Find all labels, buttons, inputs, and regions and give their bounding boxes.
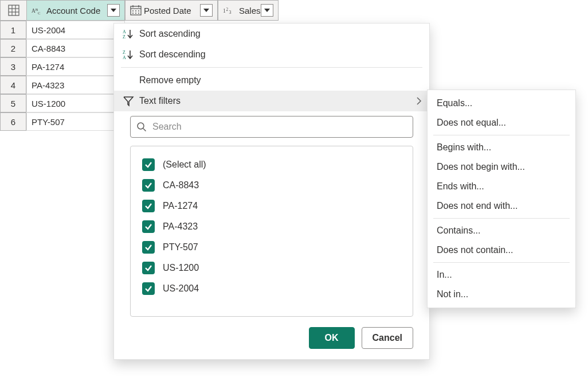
- menu-separator: [433, 218, 570, 219]
- row-header-corner: [0, 0, 26, 21]
- svg-point-27: [138, 123, 144, 129]
- filter-icon: [121, 95, 136, 107]
- filter-value-item[interactable]: PA-1274: [142, 196, 401, 216]
- column-filter-panel: A Z Sort ascending Z A Sort descending R…: [113, 23, 430, 360]
- sort-asc-icon: A Z: [121, 28, 136, 40]
- row-number: 3: [0, 57, 26, 76]
- cancel-button[interactable]: Cancel: [362, 327, 413, 349]
- svg-text:1: 1: [223, 7, 226, 14]
- row-number: 1: [0, 21, 26, 39]
- text-filter-not-in[interactable]: Not in...: [428, 285, 575, 304]
- text-filter-ends-with[interactable]: Ends with...: [428, 177, 575, 196]
- text-filters-submenu: Equals... Does not equal... Begins with.…: [427, 90, 576, 308]
- svg-text:2: 2: [226, 7, 229, 12]
- remove-empty[interactable]: Remove empty: [114, 70, 429, 91]
- column-header-account-code[interactable]: A B C Account Code: [26, 0, 125, 21]
- date-type-icon: [130, 5, 142, 15]
- row-number: 2: [0, 39, 26, 57]
- checkbox-checked-icon[interactable]: [142, 179, 155, 192]
- menu-separator: [433, 135, 570, 135]
- menu-separator: [433, 262, 570, 263]
- text-filter-contains[interactable]: Contains...: [428, 221, 575, 240]
- filter-value-label: (Select all): [163, 160, 206, 170]
- filter-search[interactable]: [130, 116, 413, 138]
- chevron-right-icon: [415, 96, 422, 106]
- cell-account-code[interactable]: US-1200: [26, 94, 125, 112]
- ok-button[interactable]: OK: [309, 327, 355, 349]
- filter-value-label: CA-8843: [163, 180, 199, 190]
- column-dropdown-button[interactable]: [261, 4, 273, 17]
- svg-point-12: [132, 10, 134, 11]
- filter-value-label: PA-4323: [163, 221, 198, 232]
- text-filter-in[interactable]: In...: [428, 265, 575, 285]
- filter-value-select-all[interactable]: (Select all): [142, 154, 401, 175]
- row-number: 6: [0, 112, 26, 131]
- search-icon: [136, 122, 147, 132]
- column-label: Posted Date: [144, 6, 191, 15]
- filter-value-item[interactable]: PTY-507: [142, 237, 401, 258]
- filter-value-item[interactable]: US-2004: [142, 278, 401, 299]
- svg-rect-0: [9, 5, 19, 15]
- svg-point-13: [135, 10, 136, 11]
- menu-label: Sort descending: [139, 49, 206, 60]
- cell-account-code[interactable]: CA-8843: [26, 39, 125, 57]
- sort-ascending[interactable]: A Z Sort ascending: [114, 24, 429, 44]
- filter-value-list: (Select all) CA-8843 PA-1274 PA-4323 PTY…: [130, 146, 413, 317]
- row-number: 4: [0, 76, 26, 94]
- number-type-icon: 1 2 3: [223, 5, 237, 15]
- checkbox-checked-icon[interactable]: [142, 241, 155, 254]
- column-header-sales[interactable]: 1 2 3 Sales: [218, 0, 279, 21]
- menu-separator: [121, 67, 422, 68]
- text-filter-begins-with[interactable]: Begins with...: [428, 138, 575, 157]
- checkbox-checked-icon[interactable]: [142, 200, 155, 212]
- text-filters[interactable]: Text filters: [114, 91, 429, 111]
- text-filter-not-begin-with[interactable]: Does not begin with...: [428, 157, 575, 177]
- cell-account-code[interactable]: PA-4323: [26, 76, 125, 94]
- svg-line-28: [143, 129, 146, 131]
- svg-text:Z: Z: [123, 34, 126, 40]
- column-header-posted-date[interactable]: Posted Date: [125, 0, 218, 21]
- svg-point-15: [132, 13, 134, 14]
- svg-point-14: [138, 10, 139, 11]
- search-input[interactable]: [151, 121, 407, 133]
- sort-descending[interactable]: Z A Sort descending: [114, 44, 429, 65]
- chevron-down-icon: [111, 9, 116, 12]
- row-number: 5: [0, 94, 26, 112]
- text-filter-not-end-with[interactable]: Does not end with...: [428, 196, 575, 216]
- text-filter-does-not-contain[interactable]: Does not contain...: [428, 240, 575, 260]
- checkbox-checked-icon[interactable]: [142, 262, 155, 274]
- svg-text:3: 3: [229, 10, 231, 15]
- column-dropdown-button[interactable]: [107, 4, 120, 17]
- text-filter-equals[interactable]: Equals...: [428, 94, 575, 113]
- svg-text:A: A: [123, 29, 126, 34]
- checkbox-checked-icon[interactable]: [142, 282, 155, 295]
- menu-label: Sort ascending: [139, 29, 201, 39]
- text-filter-does-not-equal[interactable]: Does not equal...: [428, 113, 575, 133]
- filter-value-label: US-1200: [163, 263, 199, 273]
- svg-text:C: C: [38, 11, 41, 15]
- menu-label: Remove empty: [139, 75, 201, 85]
- column-label: Account Code: [46, 6, 100, 15]
- svg-text:Z: Z: [123, 50, 126, 55]
- cell-account-code[interactable]: PA-1274: [26, 57, 125, 76]
- checkbox-checked-icon[interactable]: [142, 220, 155, 233]
- svg-point-17: [138, 13, 139, 14]
- checkbox-checked-icon[interactable]: [142, 158, 155, 171]
- column-dropdown-button[interactable]: [200, 4, 213, 17]
- chevron-down-icon: [264, 9, 270, 12]
- filter-value-item[interactable]: PA-4323: [142, 216, 401, 237]
- filter-value-label: US-2004: [163, 283, 199, 294]
- sort-desc-icon: Z A: [121, 49, 136, 60]
- chevron-down-icon: [203, 9, 209, 12]
- filter-value-label: PA-1274: [163, 201, 198, 211]
- svg-point-16: [135, 13, 136, 14]
- text-type-icon: A B C: [32, 5, 44, 15]
- table-icon: [8, 5, 19, 16]
- filter-value-item[interactable]: CA-8843: [142, 175, 401, 196]
- filter-value-item[interactable]: US-1200: [142, 258, 401, 278]
- svg-text:A: A: [123, 55, 126, 60]
- cell-account-code[interactable]: PTY-507: [26, 112, 125, 131]
- column-headers: A B C Account Code Posted Date 1 2 3: [0, 0, 588, 21]
- menu-label: Text filters: [139, 96, 181, 106]
- cell-account-code[interactable]: US-2004: [26, 21, 125, 39]
